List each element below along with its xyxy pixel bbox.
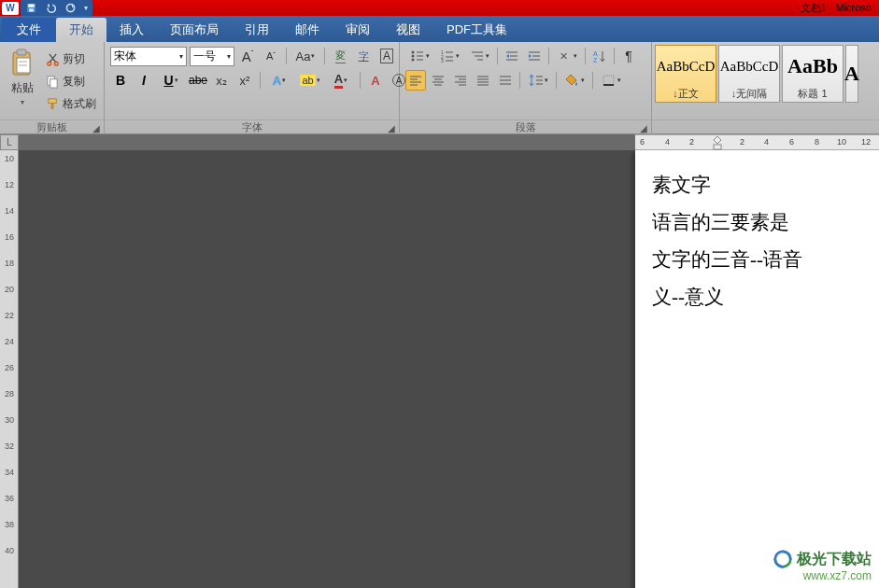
font-size-combo[interactable]: 一号▾	[190, 47, 234, 66]
file-tab[interactable]: 文件	[2, 18, 56, 42]
style-normal[interactable]: AaBbCcD ↓正文	[655, 45, 716, 103]
style-preview: AaBbCcD	[657, 46, 716, 87]
paste-label: 粘贴	[11, 80, 34, 96]
multilevel-button[interactable]: ▾	[465, 46, 493, 66]
font-launcher[interactable]: ◢	[386, 121, 397, 133]
tab-view[interactable]: 视图	[383, 18, 433, 42]
tab-insert[interactable]: 插入	[106, 18, 157, 42]
align-left-button[interactable]	[405, 70, 426, 91]
ruler-corner[interactable]: L	[0, 134, 19, 150]
vertical-ruler[interactable]: 10 12 14 16 18 20 22 24 26 28 30 32 34 3…	[0, 150, 19, 588]
tab-mailings[interactable]: 邮件	[282, 18, 333, 42]
increase-indent-button[interactable]	[524, 46, 545, 66]
svg-rect-12	[50, 78, 58, 87]
shrink-font-button[interactable]: Aˇ	[261, 46, 281, 66]
ruler-page-region: 6 4 2 2 4 6 8 10 12 14	[635, 134, 879, 150]
superscript-button[interactable]: x²	[234, 70, 255, 91]
format-painter-label: 格式刷	[63, 96, 96, 112]
undo-button[interactable]	[42, 1, 59, 15]
format-painter-button[interactable]: 格式刷	[43, 93, 99, 114]
sort-button[interactable]: AZ	[589, 46, 610, 66]
watermark-logo-icon	[773, 549, 793, 569]
show-marks-button[interactable]: ¶	[618, 46, 639, 66]
subscript-button[interactable]: x₂	[211, 70, 232, 91]
tab-home[interactable]: 开始	[56, 18, 106, 42]
borders-button[interactable]: ▾	[597, 70, 625, 91]
paste-button[interactable]: 粘贴 ▾	[4, 45, 41, 106]
phonetic-guide-button[interactable]: 変	[330, 46, 350, 66]
svg-rect-2	[29, 8, 34, 11]
cut-label: 剪切	[63, 51, 85, 67]
bold-button[interactable]: B	[110, 70, 131, 91]
align-distribute-button[interactable]	[495, 70, 516, 91]
page[interactable]: 素文字 语言的三要素是 文字的三音--语音 义--意义	[635, 150, 879, 588]
align-right-button[interactable]	[450, 70, 471, 91]
char-border-button[interactable]: A	[376, 46, 397, 66]
font-name-combo[interactable]: 宋体▾	[110, 47, 187, 66]
tab-review[interactable]: 审阅	[333, 18, 383, 42]
highlight-button[interactable]: ab▾	[296, 70, 324, 91]
text-line[interactable]: 语言的三要素是	[652, 204, 879, 242]
indent-marker-icon[interactable]	[712, 135, 723, 151]
numbering-button[interactable]: 123▾	[435, 46, 463, 66]
char-shading-button[interactable]: A	[365, 70, 386, 91]
strike-button[interactable]: abe	[188, 70, 208, 91]
shading-button[interactable]: ▾	[560, 70, 588, 91]
paragraph-group-label: 段落 ◢	[400, 119, 651, 134]
change-case-button[interactable]: Aa▾	[291, 46, 319, 66]
tab-layout[interactable]: 页面布局	[157, 18, 232, 42]
ribbon-tabbar: 文件 开始 插入 页面布局 引用 邮件 审阅 视图 PDF工具集	[0, 16, 879, 42]
word-app-icon: W	[2, 2, 19, 15]
tab-references[interactable]: 引用	[232, 18, 282, 42]
svg-rect-14	[51, 103, 54, 109]
titlebar: W ▾ 文档1 - Microso	[0, 0, 879, 16]
style-preview: A	[844, 46, 859, 102]
tab-pdf[interactable]: PDF工具集	[433, 18, 520, 42]
svg-point-9	[48, 62, 51, 65]
underline-button[interactable]: U▾	[157, 70, 185, 91]
svg-rect-61	[603, 76, 614, 85]
paste-dropdown-icon: ▾	[21, 98, 24, 106]
copy-label: 复制	[63, 74, 85, 90]
clipboard-launcher[interactable]: ◢	[91, 121, 102, 133]
align-justify-button[interactable]	[473, 70, 493, 91]
style-name-label: ↓无间隔	[731, 87, 768, 102]
svg-rect-5	[17, 49, 26, 55]
paragraph-launcher[interactable]: ◢	[638, 121, 649, 133]
copy-button[interactable]: 复制	[43, 71, 99, 91]
font-group-label: 字体 ◢	[105, 119, 399, 134]
window-title: 文档1 - Microso	[801, 1, 872, 15]
clipboard-group-label: 剪贴板 ◢	[0, 119, 104, 134]
text-effect-button[interactable]: A▾	[265, 70, 293, 91]
text-line[interactable]: 文字的三音--语音	[652, 242, 879, 279]
horizontal-ruler[interactable]: 6 4 2 2 4 6 8 10 12 14	[19, 134, 879, 150]
grow-font-button[interactable]: Aˆ	[237, 46, 258, 66]
font-color-button[interactable]: A▾	[327, 70, 355, 91]
style-more[interactable]: A	[845, 45, 858, 103]
cut-button[interactable]: 剪切	[43, 49, 99, 69]
asian-layout-button[interactable]: ✕▾	[553, 46, 581, 66]
text-line[interactable]: 义--意义	[652, 279, 879, 316]
bullets-button[interactable]: ▾	[405, 46, 433, 66]
qat-dropdown[interactable]: ▾	[81, 1, 91, 15]
ribbon: 粘贴 ▾ 剪切 复制 格式刷 剪贴板 ◢	[0, 42, 879, 134]
align-center-button[interactable]	[428, 70, 448, 91]
style-nospacing[interactable]: AaBbCcD ↓无间隔	[718, 45, 780, 103]
group-clipboard: 粘贴 ▾ 剪切 复制 格式刷 剪贴板 ◢	[0, 42, 105, 134]
document-canvas[interactable]: 素文字 语言的三要素是 文字的三音--语音 义--意义	[19, 150, 879, 588]
watermark-url: www.xz7.com	[773, 569, 872, 582]
svg-rect-63	[714, 145, 721, 149]
svg-point-19	[411, 59, 414, 62]
redo-button[interactable]	[62, 1, 78, 15]
save-button[interactable]	[22, 1, 39, 15]
line-spacing-button[interactable]: ▾	[524, 70, 552, 91]
quick-access-toolbar: ▾	[21, 0, 92, 16]
svg-point-17	[411, 55, 414, 58]
italic-button[interactable]: I	[134, 70, 154, 91]
enclose-char-button[interactable]: 字	[353, 46, 374, 66]
style-heading1[interactable]: AaBb 标题 1	[782, 45, 844, 103]
svg-rect-13	[49, 98, 56, 103]
style-preview: AaBbCcD	[720, 46, 779, 87]
text-line[interactable]: 素文字	[652, 167, 879, 204]
decrease-indent-button[interactable]	[502, 46, 522, 66]
